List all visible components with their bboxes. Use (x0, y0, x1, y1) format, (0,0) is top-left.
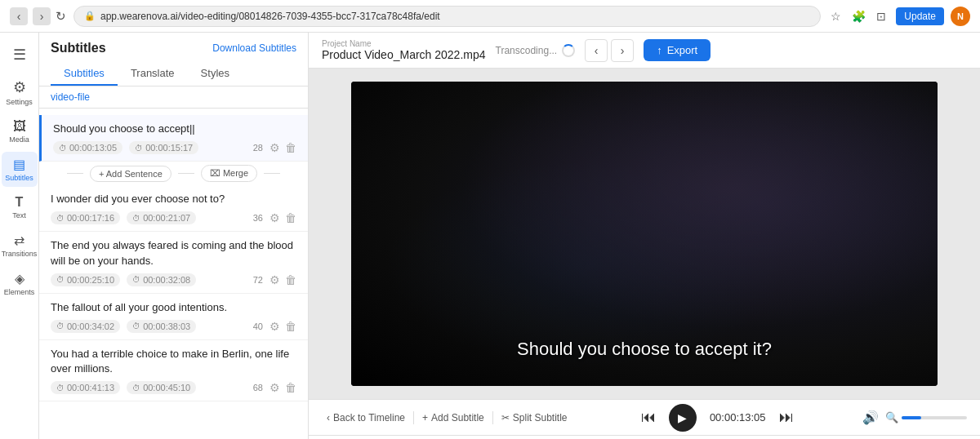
subtitle-card-2[interactable]: I wonder did you ever choose not to? ⏱ 0… (39, 185, 308, 232)
subtitles-nav-label: Subtitles (5, 174, 33, 182)
rewind-icon: ⏮ (641, 409, 656, 426)
time-display: 00:00:13:05 (710, 411, 766, 423)
project-name: Product Video_March 2022.mp4 (322, 48, 486, 61)
media-label: Media (9, 135, 29, 144)
fast-forward-button[interactable]: ⏭ (779, 409, 794, 426)
bottom-player-bar: ‹ Back to Timeline + Add Subtitle ✂ Spli… (309, 399, 980, 435)
char-count-3: 72 (253, 275, 263, 285)
start-clock-icon-2: ⏱ (56, 214, 65, 223)
end-clock-icon-1: ⏱ (135, 144, 143, 153)
fast-forward-icon: ⏭ (779, 409, 794, 426)
subtitle-text-3: The end you always feared is coming and … (51, 238, 296, 268)
address-bar[interactable]: 🔒 app.wearenova.ai/video-editing/0801482… (74, 6, 821, 27)
card-actions-4: ⚙ 🗑 (270, 320, 296, 333)
play-button[interactable]: ▶ (669, 404, 697, 432)
volume-icon[interactable]: 🔊 (862, 410, 879, 425)
char-count-5: 68 (253, 383, 263, 392)
browser-refresh-button[interactable]: ↻ (56, 11, 67, 22)
project-label: Project Name (322, 39, 486, 48)
split-subtitle-button[interactable]: ✂ Split Subtitle (497, 409, 572, 427)
bookmark-icon[interactable]: ☆ (827, 8, 844, 24)
lock-icon: 🔒 (84, 11, 96, 21)
start-clock-icon-3: ⏱ (56, 275, 65, 284)
rewind-button[interactable]: ⏮ (641, 409, 656, 426)
nav-arrows: ‹ › (585, 39, 634, 62)
sidebar-item-transitions[interactable]: ⇄ Transitions (2, 228, 38, 263)
sidebar-item-settings[interactable]: ⚙ Settings (2, 73, 38, 111)
left-nav: ☰ ⚙ Settings 🖼 Media ▤ Subtitles T Text … (0, 33, 39, 439)
browser-back-button[interactable]: ‹ (10, 7, 28, 25)
video-player[interactable]: Should you choose to accept it? (351, 82, 938, 386)
subtitle-meta-5: ⏱ 00:00:41:13 ⏱ 00:00:45:10 68 ⚙ 🗑 (51, 381, 296, 394)
subtitle-meta-3: ⏱ 00:00:25:10 ⏱ 00:00:32:08 72 ⚙ 🗑 (51, 273, 296, 286)
zoom-controls: 🔍 (885, 411, 967, 423)
settings-card-icon-4[interactable]: ⚙ (270, 320, 280, 333)
browser-forward-button[interactable]: › (33, 7, 51, 25)
settings-card-icon-1[interactable]: ⚙ (270, 141, 280, 154)
tab-subtitles[interactable]: Subtitles (51, 62, 118, 86)
sidebar-item-media[interactable]: 🖼 Media (2, 114, 38, 149)
subtitles-panel: Subtitles Download Subtitles Subtitles T… (39, 33, 309, 439)
extensions-icon[interactable]: 🧩 (850, 8, 866, 24)
tab-styles[interactable]: Styles (188, 62, 243, 86)
settings-card-icon-3[interactable]: ⚙ (270, 273, 280, 286)
subtitle-text-5: You had a terrible choice to make in Ber… (51, 347, 296, 376)
subtitle-card-5[interactable]: You had a terrible choice to make in Ber… (39, 340, 308, 401)
sidebar-item-elements[interactable]: ◈ Elements (2, 266, 38, 301)
start-time-3: ⏱ 00:00:25:10 (51, 273, 120, 286)
split-icon: ✂ (501, 412, 510, 423)
hamburger-button[interactable]: ☰ (7, 39, 33, 70)
content-area: Project Name Product Video_March 2022.mp… (309, 33, 980, 439)
back-to-timeline-button[interactable]: ‹ Back to Timeline (322, 409, 410, 427)
add-subtitle-button[interactable]: + Add Subtitle (417, 409, 489, 427)
transitions-icon: ⇄ (14, 233, 24, 248)
transcoding-badge: Transcoding... (496, 44, 576, 57)
sidebar-item-text[interactable]: T Text (2, 190, 38, 224)
back-arrow-icon: ‹ (327, 412, 330, 423)
tab-translate[interactable]: Translate (118, 62, 188, 86)
update-button[interactable]: Update (896, 7, 944, 25)
settings-icon: ⚙ (13, 78, 26, 96)
main-layout: ☰ ⚙ Settings 🖼 Media ▤ Subtitles T Text … (0, 33, 980, 439)
add-sentence-button[interactable]: + Add Sentence (90, 166, 172, 182)
panel-tabs: Subtitles Translate Styles (51, 62, 296, 86)
delete-card-icon-2[interactable]: 🗑 (285, 211, 296, 224)
merge-button[interactable]: ⌧ Merge (201, 165, 257, 182)
divider-left-1 (67, 173, 83, 174)
sidebar-item-subtitles[interactable]: ▤ Subtitles (2, 152, 38, 187)
transcoding-text: Transcoding... (496, 45, 558, 56)
zoom-out-icon[interactable]: 🔍 (885, 411, 898, 423)
subtitle-meta-1: ⏱ 00:00:13:05 ⏱ 00:00:15:17 28 ⚙ 🗑 (53, 141, 296, 154)
bottom-divider-1 (413, 411, 414, 424)
prev-button[interactable]: ‹ (585, 39, 608, 62)
delete-card-icon-1[interactable]: 🗑 (285, 141, 296, 154)
settings-card-icon-5[interactable]: ⚙ (270, 381, 280, 394)
add-subtitle-label: Add Subtitle (431, 412, 484, 423)
card-actions-2: ⚙ 🗑 (270, 211, 296, 224)
zoom-slider[interactable] (902, 416, 967, 419)
subtitle-card-4[interactable]: The fallout of all your good intentions.… (39, 294, 308, 340)
export-button[interactable]: ↑ Export (644, 39, 710, 61)
bottom-center-controls: ⏮ ▶ 00:00:13:05 ⏭ (581, 404, 853, 432)
settings-card-icon-2[interactable]: ⚙ (270, 211, 280, 224)
end-time-4: ⏱ 00:00:38:03 (127, 320, 196, 333)
subtitles-icon: ▤ (13, 157, 25, 172)
delete-card-icon-3[interactable]: 🗑 (285, 273, 296, 286)
next-button[interactable]: › (611, 39, 634, 62)
download-subtitles-link[interactable]: Download Subtitles (212, 42, 296, 54)
subtitle-card-1[interactable]: Should you choose to accept|| ⏱ 00:00:13… (39, 115, 308, 162)
delete-card-icon-4[interactable]: 🗑 (285, 320, 296, 333)
subtitle-text-4: The fallout of all your good intentions. (51, 300, 296, 315)
card-actions-3: ⚙ 🗑 (270, 273, 296, 286)
subtitle-text-1: Should you choose to accept|| (53, 122, 296, 136)
start-clock-icon-5: ⏱ (56, 384, 65, 392)
zoom-fill (902, 416, 921, 419)
delete-card-icon-5[interactable]: 🗑 (285, 381, 296, 394)
panel-header: Subtitles Download Subtitles Subtitles T… (39, 33, 308, 86)
user-avatar[interactable]: N (951, 7, 970, 26)
subtitle-card-3[interactable]: The end you always feared is coming and … (39, 232, 308, 293)
export-label: Export (667, 44, 698, 56)
browser-top-bar-right: ☆ 🧩 ⊡ Update N (827, 7, 970, 26)
video-file-link[interactable]: video-file (39, 86, 308, 109)
split-view-icon[interactable]: ⊡ (873, 8, 889, 24)
